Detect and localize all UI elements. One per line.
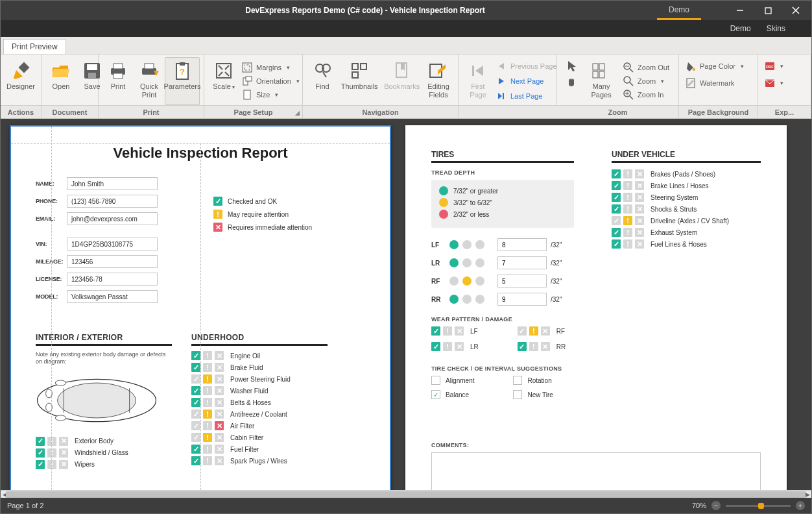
status-yellow-box[interactable]: ! [529,326,538,336]
prev-page-button[interactable]: Previous Page [494,60,560,73]
size-button[interactable]: Size▾ [239,88,302,101]
suggest-checkbox[interactable] [513,376,522,385]
status-yellow-box[interactable]: ! [623,239,632,249]
status-yellow-box[interactable]: ! [47,448,56,458]
scroll-thumb[interactable] [6,491,806,498]
status-green-box[interactable]: ✓ [36,437,45,446]
status-green-box[interactable]: ✓ [191,363,200,372]
status-red-box[interactable]: ✕ [215,374,224,384]
status-green-box[interactable]: ✓ [191,351,200,360]
status-red-box[interactable]: ✕ [635,193,644,202]
minimize-button[interactable] [727,1,753,19]
status-green-box[interactable]: ✓ [431,326,440,336]
status-green-box[interactable]: ✓ [612,181,621,190]
horizontal-scrollbar[interactable]: ◀ ▶ [1,490,811,498]
status-yellow-box[interactable]: ! [623,169,632,178]
status-yellow-box[interactable]: ! [203,433,212,442]
tire-green-icon[interactable] [449,276,459,286]
page-2[interactable]: TIRES TREAD DEPTH 7/32" or greater3/32" … [405,125,787,490]
status-red-box[interactable]: ✕ [215,456,224,465]
thumbnails-button[interactable]: Thumbnails [338,57,381,105]
zoom-minus-button[interactable]: − [711,501,721,510]
status-yellow-box[interactable]: ! [203,351,212,360]
quick-print-button[interactable]: Quick Print [134,57,165,105]
vin-field[interactable]: 1D4GP25B03108775 [67,238,158,251]
zoom-out-button[interactable]: Zoom Out [621,61,672,74]
page-1[interactable]: Vehicle Inspection Report NAME:John Smit… [10,125,391,490]
many-pages-button[interactable]: Many Pages [582,57,621,105]
status-green-box[interactable]: ✓ [191,433,200,442]
tire-RR-input[interactable] [497,293,547,306]
tire-green-icon[interactable] [449,240,459,249]
status-red-box[interactable]: ✕ [215,433,224,442]
comments-field[interactable] [431,452,761,490]
parameters-button[interactable]: ? Parameters [165,57,200,105]
phone-field[interactable]: (123) 456-7890 [67,195,158,208]
status-yellow-box[interactable]: ! [623,228,632,237]
status-green-box[interactable]: ✓ [612,239,621,249]
tire-LR-input[interactable] [497,256,547,269]
status-red-box[interactable]: ✕ [215,351,224,360]
status-red-box[interactable]: ✕ [215,363,224,372]
tire-red-icon[interactable] [475,295,484,304]
export-pdf-button[interactable]: PDF▾ [762,60,786,73]
tire-green-icon[interactable] [449,258,459,267]
maximize-button[interactable] [755,1,781,19]
status-red-box[interactable]: ✕ [215,421,224,430]
print-button[interactable]: Print [102,57,134,105]
suggest-checkbox[interactable] [431,376,440,385]
editing-fields-button[interactable]: Editing Fields [423,57,454,105]
status-yellow-box[interactable]: ! [623,216,632,225]
status-red-box[interactable]: ✕ [59,460,68,469]
scale-button[interactable]: Scale▾ [208,57,239,105]
status-yellow-box[interactable]: ! [443,342,452,351]
status-green-box[interactable]: ✓ [191,456,200,465]
status-red-box[interactable]: ✕ [455,342,464,351]
status-yellow-box[interactable]: ! [203,445,212,454]
status-red-box[interactable]: ✕ [635,181,644,190]
open-button[interactable]: Open [45,57,77,105]
tire-yellow-icon[interactable] [462,258,472,267]
status-green-box[interactable]: ✓ [612,216,621,225]
status-yellow-box[interactable]: ! [47,460,56,469]
watermark-button[interactable]: Watermark [683,77,746,90]
status-red-box[interactable]: ✕ [635,239,644,249]
suggest-checkbox[interactable]: ✓ [431,390,440,399]
tire-red-icon[interactable] [475,240,484,249]
status-red-box[interactable]: ✕ [635,204,644,214]
status-red-box[interactable]: ✕ [215,445,224,454]
status-yellow-box[interactable]: ! [203,456,212,465]
title-tab-demo[interactable]: Demo [657,1,701,20]
status-red-box[interactable]: ✕ [541,326,550,336]
status-yellow-box[interactable]: ! [203,386,212,395]
status-green-box[interactable]: ✓ [191,421,200,430]
status-green-box[interactable]: ✓ [612,169,621,178]
status-red-box[interactable]: ✕ [215,398,224,407]
status-yellow-box[interactable]: ! [623,181,632,190]
tire-green-icon[interactable] [449,295,459,304]
status-green-box[interactable]: ✓ [612,228,621,237]
find-button[interactable]: Find [307,57,338,105]
suggest-checkbox[interactable] [513,390,522,399]
tire-yellow-icon[interactable] [462,295,472,304]
status-green-box[interactable]: ✓ [431,342,440,351]
bookmarks-button[interactable]: Bookmarks [381,57,423,105]
name-field[interactable]: John Smith [67,177,158,190]
status-yellow-box[interactable]: ! [203,398,212,407]
status-yellow-box[interactable]: ! [623,193,632,202]
status-green-box[interactable]: ✓ [36,448,45,458]
designer-button[interactable]: Designer [5,57,37,105]
zoom-button[interactable]: Zoom▾ [621,75,672,88]
tire-RF-input[interactable] [497,275,547,288]
status-yellow-box[interactable]: ! [203,363,212,372]
tire-yellow-icon[interactable] [462,240,472,249]
status-red-box[interactable]: ✕ [215,386,224,395]
status-green-box[interactable]: ✓ [191,386,200,395]
page-color-button[interactable]: Page Color▾ [683,60,746,73]
status-red-box[interactable]: ✕ [635,216,644,225]
status-red-box[interactable]: ✕ [635,169,644,178]
subtab-demo[interactable]: Demo [730,24,751,33]
mileage-field[interactable]: 123456 [67,255,158,268]
status-yellow-box[interactable]: ! [47,437,56,446]
next-page-button[interactable]: Next Page [494,75,560,88]
